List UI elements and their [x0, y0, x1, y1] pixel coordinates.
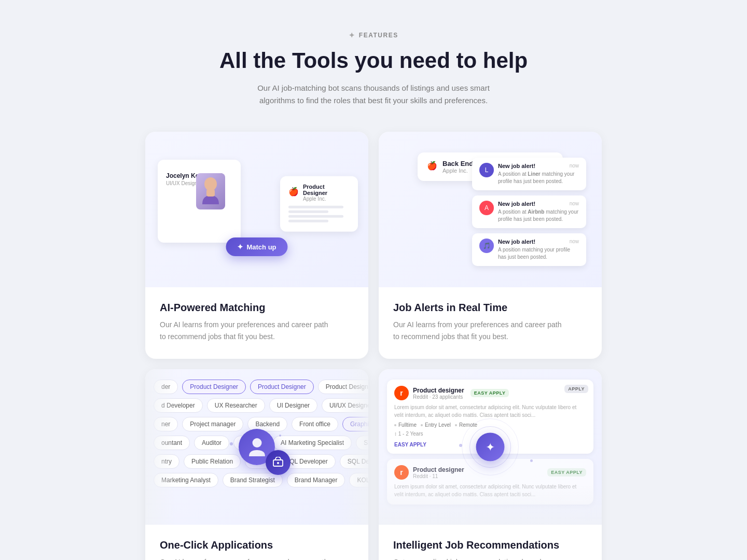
- rec-job-info-1: Product designer Reddit · 23 applicants: [413, 387, 464, 400]
- one-click-desc: Our AI learns from your preferences and …: [160, 556, 336, 560]
- svg-point-2: [252, 438, 261, 447]
- notif-title-2: New job alert!: [498, 201, 535, 207]
- features-label: ✦ FEATURES: [145, 31, 602, 39]
- job-lines: [288, 206, 350, 222]
- notif-text-1: New job alert! now A position at Liner m…: [498, 163, 579, 185]
- notif-body-1: A position at Liner matching your profil…: [498, 171, 579, 185]
- tag-23: Public Relation: [184, 454, 241, 469]
- job-card-header: 🍎 Product Designer Apple Inc.: [288, 184, 350, 202]
- rec-tag-fulltime: Fulltime: [394, 422, 417, 428]
- notif-icon-3: 🎵: [479, 239, 494, 253]
- reddit-icon-2: r: [394, 465, 409, 480]
- tag-active: Product Designer: [182, 380, 246, 394]
- recs-illustration: r Product designer Reddit · 23 applicant…: [379, 369, 602, 525]
- job-card-info: Product Designer Apple Inc.: [303, 184, 350, 202]
- notif-body-3: A position matching your profile has jus…: [498, 246, 579, 261]
- tag-12: Project manager: [182, 417, 243, 431]
- notif-time-1: now: [570, 163, 579, 169]
- rec-job-title-2: Product designer: [413, 466, 464, 473]
- main-title: All the Tools you need to help: [145, 48, 602, 74]
- notif-body-2: A position at Airbnb matching your profi…: [498, 208, 579, 223]
- notif-row-1: New job alert! now: [498, 163, 579, 171]
- job-alerts-illustration: 🍎 Back End Developer Apple Inc.: [379, 132, 602, 287]
- alert-notif-2: A New job alert! now A position at Airbn…: [472, 195, 586, 228]
- tag-7: UI Designer: [269, 398, 317, 413]
- rec-body-1: Lorem ipsum dolor sit amet, consectetur …: [394, 403, 586, 419]
- job-line-3: [288, 215, 343, 218]
- notif-text-3: New job alert! now A position matching y…: [498, 239, 579, 261]
- notif-row-3: New job alert! now: [498, 239, 579, 246]
- job-alerts-card: 🍎 Back End Developer Apple Inc.: [379, 132, 602, 359]
- tag-6: UX Researcher: [207, 398, 265, 413]
- recs-desc: Get personalized job recommendations bas…: [393, 556, 570, 560]
- profile-avatar: [196, 173, 225, 209]
- svg-rect-1: [206, 189, 215, 197]
- ai-matching-card: Jocelyn Korsgaard UI/UX Designer: [145, 132, 368, 359]
- recs-title: Intelligent Job Recommendations: [393, 539, 587, 551]
- job-alerts-title: Job Alerts in Real Time: [393, 302, 587, 314]
- notif-title-1: New job alert!: [498, 163, 535, 169]
- ai-dot-1: [459, 444, 462, 447]
- tag-14: Front office: [292, 417, 338, 431]
- features-icon: ✦: [349, 31, 356, 39]
- job-title: Product Designer: [303, 184, 350, 196]
- notif-time-3: now: [570, 239, 579, 244]
- alert-notif-3: 🎵 New job alert! now A position matching…: [472, 233, 586, 266]
- job-company: Apple Inc.: [303, 196, 350, 202]
- match-button[interactable]: ✦ Match up: [226, 237, 287, 256]
- backend-apple-icon: 🍎: [427, 162, 437, 172]
- main-container: ✦ FEATURES All the Tools you need to hel…: [145, 31, 602, 560]
- one-click-illustration: der Product Designer Product Designer Pr…: [145, 369, 368, 525]
- ai-matching-content: AI-Powered Matching Our AI learns from y…: [145, 287, 368, 359]
- match-star-icon: ✦: [237, 243, 243, 251]
- page-wrapper: ✦ FEATURES All the Tools you need to hel…: [0, 0, 747, 560]
- tag-17: Auditor: [194, 436, 229, 450]
- job-alerts-content: Job Alerts in Real Time Our AI learns fr…: [379, 287, 602, 359]
- profile-card: Jocelyn Korsgaard UI/UX Designer: [158, 160, 241, 243]
- tags-row-1: der Product Designer Product Designer Pr…: [154, 380, 360, 394]
- svg-point-0: [204, 177, 217, 191]
- tag-active-2: Product Designer: [250, 380, 314, 394]
- cards-grid: Jocelyn Korsgaard UI/UX Designer: [145, 132, 602, 560]
- ai-matching-title: AI-Powered Matching: [160, 302, 354, 314]
- rec-job-header-1: r Product designer Reddit · 23 applicant…: [394, 386, 586, 400]
- ai-bubble: ✦: [476, 433, 505, 461]
- recs-content: Intelligent Job Recommendations Get pers…: [379, 525, 602, 560]
- tags-row-6: Marketing Analyst Brand Strategist Brand…: [154, 473, 360, 487]
- reddit-icon-1: r: [394, 386, 409, 400]
- tags-fade-left: [145, 369, 176, 525]
- tag-29: Brand Strategist: [223, 473, 283, 487]
- rec-job-title-1: Product designer: [413, 387, 464, 394]
- features-text: FEATURES: [359, 32, 398, 39]
- ai-matching-illustration: Jocelyn Korsgaard UI/UX Designer: [145, 132, 368, 287]
- easy-badge-1[interactable]: EASY APPLY: [471, 389, 509, 397]
- notif-title-3: New job alert!: [498, 239, 535, 245]
- svg-point-4: [277, 462, 279, 464]
- job-line-4: [288, 220, 328, 222]
- alert-notifications: L New job alert! now A position at Liner…: [472, 158, 586, 266]
- notif-row-2: New job alert! now: [498, 201, 579, 208]
- tags-row-2: d Developer UX Researcher UI Designer UI…: [154, 398, 360, 413]
- notif-icon-1: L: [479, 163, 494, 177]
- subtitle: Our AI job-matching bot scans thousands …: [249, 82, 498, 107]
- one-click-title: One-Click Applications: [160, 539, 354, 551]
- job-line-1: [288, 206, 343, 208]
- apply-badge-1[interactable]: APPLY: [564, 385, 588, 393]
- one-click-card: der Product Designer Product Designer Pr…: [145, 369, 368, 560]
- apple-icon: 🍎: [288, 188, 299, 198]
- one-click-content: One-Click Applications Our AI learns fro…: [145, 525, 368, 560]
- easy-badge-2[interactable]: EASY APPLY: [547, 468, 586, 477]
- easy-apply-btn-1[interactable]: EASY APPLY: [394, 442, 426, 447]
- match-inner: Jocelyn Korsgaard UI/UX Designer: [145, 132, 368, 287]
- tag-30: Brand Manager: [287, 473, 345, 487]
- rec-job-company-2: Reddit · 11: [413, 473, 464, 479]
- alert-notif-1: L New job alert! now A position at Liner…: [472, 158, 586, 190]
- rec-job-info-2: Product designer Reddit · 11: [413, 466, 464, 479]
- rec-job-company-1: Reddit · 23 applicants: [413, 394, 464, 400]
- ai-matching-desc: Our AI learns from your preferences and …: [160, 319, 336, 342]
- recs-fade-bottom: [379, 483, 602, 525]
- tags-fade-right: [337, 369, 368, 525]
- notif-time-2: now: [570, 201, 579, 206]
- job-line-2: [288, 211, 328, 213]
- alerts-inner: 🍎 Back End Developer Apple Inc.: [379, 132, 602, 287]
